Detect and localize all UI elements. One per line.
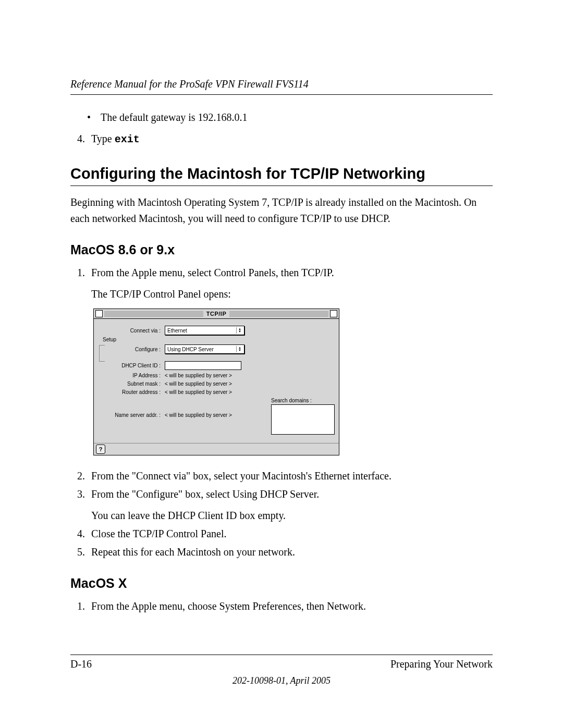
select-configure[interactable]: Using DHCP Server ▲▼ (165, 344, 244, 354)
macos9-step-2: 2. From the "Connect via" box, select yo… (70, 468, 493, 484)
step-line-1: From the "Configure" box, select Using D… (91, 486, 493, 502)
step-number: 4. (70, 131, 85, 147)
value-subnet-mask: < will be supplied by server > (165, 381, 232, 387)
zoom-box-icon[interactable] (330, 310, 337, 317)
macos9-step-3: 3. From the "Configure" box, select Usin… (70, 486, 493, 524)
row-dhcp-client-id: DHCP Client ID : (98, 361, 335, 370)
step-line-2: The TCP/IP Control Panel opens: (91, 286, 493, 302)
row-connect-via: Connect via : Ethernet ▲▼ (98, 326, 335, 335)
input-dhcp-client-id[interactable] (165, 361, 241, 370)
step-number: 1. (70, 265, 85, 302)
updown-arrows-icon: ▲▼ (236, 346, 243, 352)
macos9-step-4: 4. Close the TCP/IP Control Panel. (70, 526, 493, 542)
macosx-step-1: 1. From the Apple menu, choose System Pr… (70, 598, 493, 614)
macos9-step-5: 5. Repeat this for each Macintosh on you… (70, 544, 493, 560)
select-connect-via[interactable]: Ethernet ▲▼ (165, 326, 244, 335)
tcpip-window: TCP/IP Connect via : Ethernet ▲▼ Setup (93, 309, 339, 455)
value-ip-address: < will be supplied by server > (165, 373, 232, 378)
label-router-address: Router address : (98, 389, 165, 395)
step-number: 4. (70, 526, 85, 542)
step-body: From the "Connect via" box, select your … (91, 468, 493, 484)
running-header: Reference Manual for the ProSafe VPN Fir… (70, 78, 493, 95)
step-body: From the Apple menu, select Control Pane… (91, 265, 493, 302)
label-subnet-mask: Subnet mask : (98, 381, 165, 387)
updown-arrows-icon: ▲▼ (236, 327, 243, 334)
step-body: From the "Configure" box, select Using D… (91, 486, 493, 524)
label-dhcp-client-id: DHCP Client ID : (98, 363, 165, 368)
value-router-address: < will be supplied by server > (165, 389, 232, 395)
label-ip-address: IP Address : (98, 373, 165, 378)
intro-paragraph: Beginning with Macintosh Operating Syste… (70, 194, 493, 227)
footer-section-title: Preparing Your Network (390, 658, 493, 670)
select-value: Ethernet (167, 328, 187, 334)
tcpip-panel-figure: TCP/IP Connect via : Ethernet ▲▼ Setup (93, 309, 493, 455)
section-heading: Configuring the Macintosh for TCP/IP Net… (70, 165, 493, 186)
document-page: Reference Manual for the ProSafe VPN Fir… (0, 0, 563, 728)
titlebar-stripes: TCP/IP (104, 311, 328, 317)
setup-group-border (99, 345, 105, 362)
label-configure: Configure : (98, 347, 165, 352)
close-box-icon[interactable] (95, 310, 103, 317)
label-name-server: Name server addr. : (98, 412, 165, 418)
step-body: Type exit (91, 131, 493, 147)
window-body: Connect via : Ethernet ▲▼ Setup Configur… (94, 319, 339, 440)
window-titlebar: TCP/IP (94, 309, 339, 319)
row-router-address: Router address : < will be supplied by s… (98, 389, 335, 395)
step-body: Close the TCP/IP Control Panel. (91, 526, 493, 542)
value-name-server: < will be supplied by server > (165, 412, 232, 418)
window-title: TCP/IP (203, 311, 229, 317)
page-number: D-16 (70, 658, 92, 670)
page-footer: D-16 Preparing Your Network 202-10098-01… (70, 655, 493, 686)
step-body: Repeat this for each Macintosh on your n… (91, 544, 493, 560)
setup-group: Setup Configure : Using DHCP Server ▲▼ (98, 338, 335, 354)
step-4-type-exit: 4. Type exit (70, 131, 493, 147)
bullet-item-default-gateway: The default gateway is 192.168.0.1 (70, 109, 493, 126)
step-line-2: You can leave the DHCP Client ID box emp… (91, 508, 493, 524)
step-number: 3. (70, 486, 85, 524)
row-configure: Configure : Using DHCP Server ▲▼ (98, 344, 335, 354)
label-connect-via: Connect via : (98, 328, 165, 334)
setup-group-label: Setup (101, 337, 118, 342)
bullet-list: The default gateway is 192.168.0.1 (70, 109, 493, 126)
step-number: 5. (70, 544, 85, 560)
command-text: exit (115, 133, 140, 145)
footer-rule (70, 655, 493, 655)
row-ip-address: IP Address : < will be supplied by serve… (98, 373, 335, 378)
step-text: Type (91, 133, 115, 144)
row-subnet-mask: Subnet mask : < will be supplied by serv… (98, 381, 335, 387)
subsection-macos-x: MacOS X (70, 576, 493, 591)
macos9-step-1: 1. From the Apple menu, select Control P… (70, 265, 493, 302)
textarea-search-domains[interactable] (271, 404, 335, 435)
footer-doc-id: 202-10098-01, April 2005 (70, 675, 493, 686)
step-line-1: From the Apple menu, select Control Pane… (91, 265, 493, 281)
footer-row: D-16 Preparing Your Network (70, 658, 493, 670)
window-footer: ? (94, 443, 339, 455)
step-number: 2. (70, 468, 85, 484)
subsection-macos-86-9x: MacOS 8.6 or 9.x (70, 242, 493, 257)
row-name-server: Name server addr. : < will be supplied b… (98, 412, 232, 418)
help-icon[interactable]: ? (96, 445, 105, 454)
label-search-domains: Search domains : (271, 398, 335, 403)
step-number: 1. (70, 598, 85, 614)
select-value: Using DHCP Server (167, 347, 214, 352)
search-domains-group: Name server addr. : < will be supplied b… (98, 398, 335, 435)
step-body: From the Apple menu, choose System Prefe… (91, 598, 493, 614)
